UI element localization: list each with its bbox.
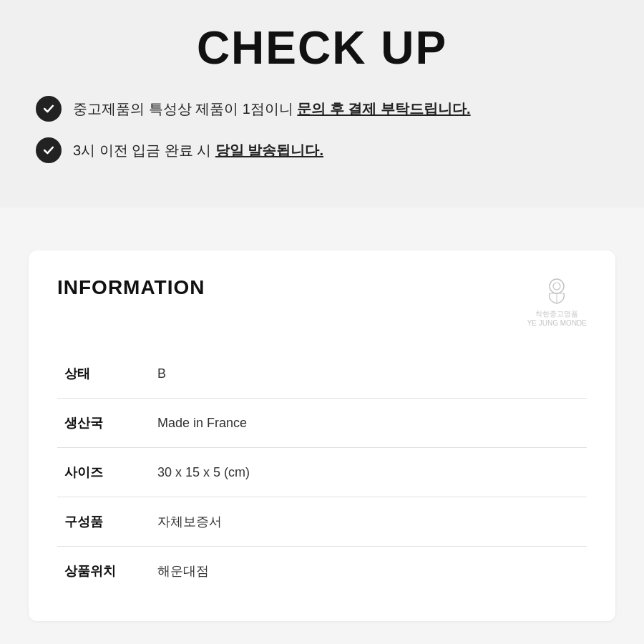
svg-point-0 [550, 279, 564, 293]
brand-logo-text: 착한중고명품YE JUNG MONDE [527, 309, 587, 328]
table-value-origin: Made in France [150, 399, 587, 448]
table-row: 상태 B [57, 349, 587, 399]
info-card: INFORMATION 착한중고명품YE JUNG MONDE 상태 B 생산국… [29, 250, 615, 621]
checklist-text-1: 중고제품의 특성상 제품이 1점이니 문의 후 결제 부탁드립니다. [73, 98, 471, 119]
brand-logo-icon [541, 276, 572, 308]
checklist-item-2: 3시 이전 입금 완료 시 당일 발송됩니다. [36, 137, 608, 163]
checklist-item-1: 중고제품의 특성상 제품이 1점이니 문의 후 결제 부탁드립니다. [36, 96, 608, 122]
table-row: 생산국 Made in France [57, 399, 587, 448]
table-value-components: 자체보증서 [150, 497, 587, 547]
svg-point-1 [553, 283, 560, 290]
page-title: CHECK UP [14, 21, 630, 74]
table-label-components: 구성품 [57, 497, 150, 547]
table-row: 구성품 자체보증서 [57, 497, 587, 547]
checklist-bold-1: 문의 후 결제 부탁드립니다. [297, 101, 470, 117]
table-value-status: B [150, 349, 587, 399]
table-label-status: 상태 [57, 349, 150, 399]
brand-logo: 착한중고명품YE JUNG MONDE [527, 276, 587, 328]
table-row: 사이즈 30 x 15 x 5 (cm) [57, 448, 587, 497]
table-value-location: 해운대점 [150, 547, 587, 596]
info-table: 상태 B 생산국 Made in France 사이즈 30 x 15 x 5 … [57, 349, 587, 595]
table-row: 상품위치 해운대점 [57, 547, 587, 596]
info-header: INFORMATION 착한중고명품YE JUNG MONDE [57, 276, 587, 328]
checklist: 중고제품의 특성상 제품이 1점이니 문의 후 결제 부탁드립니다. 3시 이전… [36, 96, 608, 179]
check-icon-1 [36, 96, 62, 122]
gap-section [0, 208, 644, 250]
table-label-location: 상품위치 [57, 547, 150, 596]
info-title: INFORMATION [57, 276, 205, 299]
table-label-size: 사이즈 [57, 448, 150, 497]
table-value-size: 30 x 15 x 5 (cm) [150, 448, 587, 497]
checklist-text-2: 3시 이전 입금 완료 시 당일 발송됩니다. [73, 140, 323, 161]
table-label-origin: 생산국 [57, 399, 150, 448]
check-icon-2 [36, 137, 62, 163]
checklist-bold-2: 당일 발송됩니다. [215, 142, 323, 158]
header-section: CHECK UP 중고제품의 특성상 제품이 1점이니 문의 후 결제 부탁드립… [0, 0, 644, 208]
